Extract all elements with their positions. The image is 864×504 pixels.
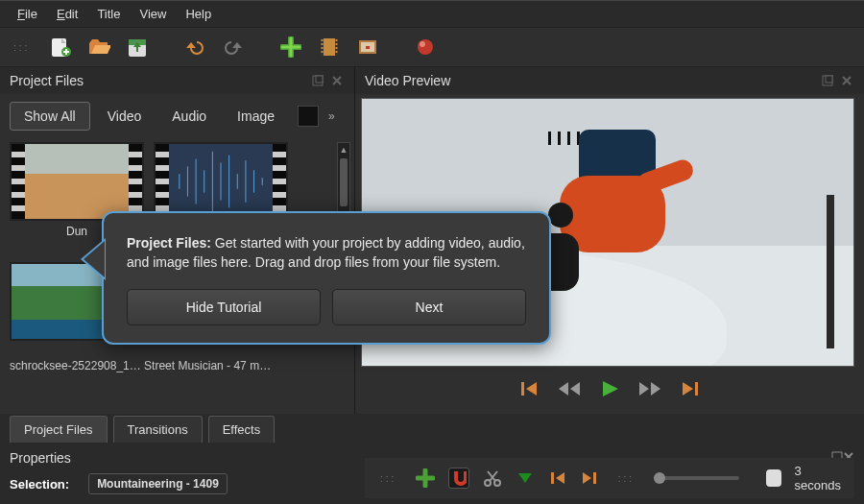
detach-preview-icon[interactable]: [822, 74, 835, 87]
svg-rect-10: [322, 47, 324, 49]
undo-icon[interactable]: [181, 34, 208, 60]
timeline-toolbar: ::: ::: 3 seconds: [365, 458, 854, 498]
close-preview-icon[interactable]: [841, 74, 854, 87]
selection-dropdown[interactable]: Mountaineering - 1409: [88, 473, 228, 494]
close-panel-icon[interactable]: [331, 74, 345, 87]
svg-rect-44: [695, 382, 698, 396]
svg-marker-38: [559, 382, 568, 396]
video-preview-header: Video Preview: [355, 67, 864, 94]
svg-marker-48: [518, 473, 532, 483]
svg-rect-21: [313, 76, 323, 85]
timeline-grip-2[interactable]: :::: [612, 473, 640, 484]
menu-file[interactable]: File: [8, 5, 47, 23]
svg-marker-40: [603, 381, 618, 396]
tutorial-popup: Project Files: Get started with your pro…: [102, 211, 551, 345]
new-project-icon[interactable]: [47, 34, 74, 60]
next-marker-icon[interactable]: [580, 468, 598, 489]
selection-label: Selection:: [10, 477, 69, 492]
svg-rect-49: [551, 472, 554, 484]
svg-point-20: [420, 41, 425, 47]
project-files-header: Project Files: [0, 67, 354, 94]
filter-image[interactable]: Image: [224, 103, 288, 130]
filter-extra-icon[interactable]: [298, 106, 319, 127]
svg-marker-51: [583, 472, 591, 484]
filter-show-all[interactable]: Show All: [10, 102, 90, 131]
tutorial-text: Project Files: Get started with your pro…: [127, 234, 526, 272]
lower-tab-bar: Project Files Transitions Effects: [0, 414, 864, 444]
project-files-title: Project Files: [10, 73, 84, 88]
detach-panel-icon[interactable]: [312, 74, 325, 87]
duration-icon: [766, 469, 781, 487]
jump-start-icon[interactable]: [518, 378, 540, 402]
timeline-grip[interactable]: :::: [374, 473, 402, 484]
play-icon[interactable]: [599, 378, 620, 402]
scroll-thumb[interactable]: [340, 158, 348, 206]
svg-rect-36: [521, 382, 524, 396]
svg-rect-15: [336, 51, 338, 53]
svg-rect-14: [336, 47, 338, 49]
tab-project-files[interactable]: Project Files: [10, 416, 108, 443]
project-item-names-row: schrocksee-2522908_1… Street Musician - …: [0, 359, 354, 372]
tab-transitions[interactable]: Transitions: [113, 416, 203, 443]
titler-icon[interactable]: [354, 34, 381, 60]
filter-overflow-icon[interactable]: »: [328, 109, 335, 123]
main-toolbar: :::: [0, 28, 864, 67]
hide-tutorial-button[interactable]: Hide Tutorial: [127, 289, 321, 325]
menubar: File Edit Title View Help: [0, 0, 864, 28]
timeline-duration: 3 seconds: [795, 464, 845, 492]
svg-marker-39: [570, 382, 580, 396]
menu-view[interactable]: View: [130, 5, 176, 23]
video-preview-title: Video Preview: [365, 73, 450, 88]
record-icon[interactable]: [412, 34, 439, 60]
next-tutorial-button[interactable]: Next: [332, 289, 526, 325]
transport-controls: [355, 367, 864, 414]
menu-edit[interactable]: Edit: [47, 5, 87, 23]
save-project-icon[interactable]: [124, 34, 151, 60]
svg-rect-12: [336, 39, 338, 41]
svg-point-19: [418, 39, 433, 55]
add-track-icon[interactable]: [416, 468, 435, 489]
jump-end-icon[interactable]: [680, 378, 701, 402]
project-filter-bar: Show All Video Audio Image »: [0, 94, 354, 138]
filter-video[interactable]: Video: [94, 103, 156, 130]
scroll-up-icon[interactable]: ▲: [338, 143, 349, 156]
svg-rect-9: [322, 43, 324, 45]
svg-rect-34: [823, 76, 832, 85]
svg-marker-50: [556, 472, 564, 484]
redo-icon[interactable]: [220, 34, 247, 60]
marker-icon[interactable]: [516, 468, 534, 489]
import-files-icon[interactable]: [277, 34, 304, 60]
filmstrip-icon[interactable]: [316, 34, 343, 60]
zoom-slider[interactable]: [654, 476, 739, 480]
toolbar-grip[interactable]: :::: [8, 42, 36, 53]
menu-help[interactable]: Help: [176, 5, 221, 23]
menu-title[interactable]: Title: [87, 5, 130, 23]
svg-rect-11: [322, 51, 324, 53]
razor-icon[interactable]: [483, 468, 502, 489]
svg-rect-13: [336, 43, 338, 45]
filter-audio[interactable]: Audio: [158, 103, 220, 130]
svg-marker-41: [639, 382, 649, 396]
forward-icon[interactable]: [637, 378, 662, 402]
svg-rect-8: [322, 39, 324, 41]
tab-effects[interactable]: Effects: [208, 416, 276, 443]
svg-marker-42: [651, 382, 660, 396]
svg-marker-43: [683, 382, 693, 396]
open-project-icon[interactable]: [85, 34, 112, 60]
tutorial-pointer-icon: [81, 238, 106, 280]
svg-marker-37: [526, 382, 537, 396]
rewind-icon[interactable]: [557, 378, 582, 402]
svg-rect-18: [366, 46, 370, 49]
svg-rect-52: [593, 472, 596, 484]
prev-marker-icon[interactable]: [548, 468, 566, 489]
properties-title: Properties: [10, 450, 71, 466]
snap-icon[interactable]: [448, 468, 469, 489]
